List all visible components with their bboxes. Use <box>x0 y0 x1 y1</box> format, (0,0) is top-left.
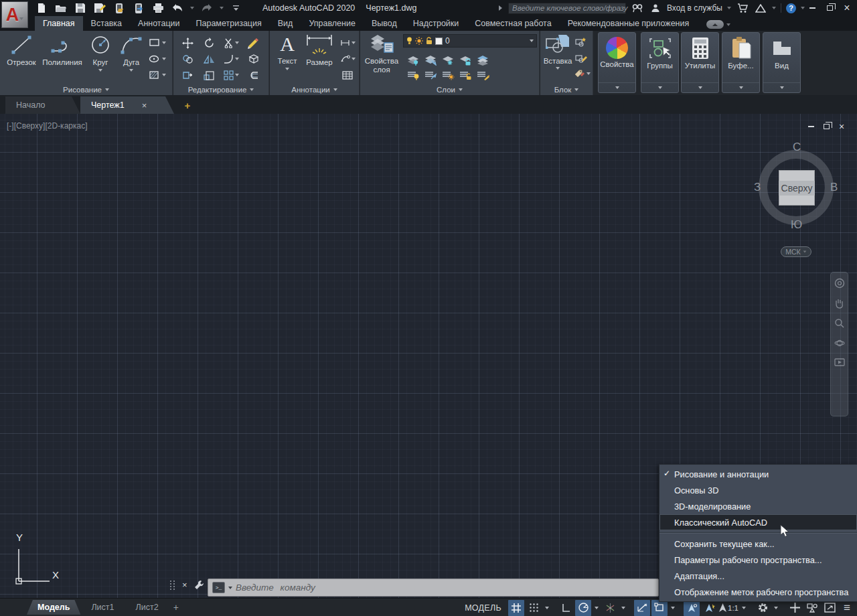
panel-modify-title[interactable]: Редактирование <box>173 86 268 94</box>
leader-dropdown-icon[interactable] <box>352 58 356 60</box>
user-icon[interactable] <box>649 1 662 15</box>
plot-button[interactable] <box>151 1 165 15</box>
layer-lock-button[interactable] <box>457 54 474 67</box>
command-prompt-icon[interactable]: >_ <box>212 582 225 593</box>
undo-dropdown-icon[interactable] <box>190 7 194 9</box>
application-menu-button[interactable]: A <box>1 1 28 28</box>
navigation-wheel-icon[interactable] <box>834 278 845 289</box>
save-to-web-mobile-button[interactable] <box>132 1 145 15</box>
insert-dropdown-icon[interactable] <box>556 67 560 70</box>
offset-button[interactable] <box>244 68 262 82</box>
text-button[interactable]: A Текст <box>274 33 301 70</box>
fillet-dropdown-icon[interactable] <box>235 58 239 60</box>
circle-dropdown-icon[interactable] <box>98 69 102 72</box>
layer-properties-button[interactable]: Свойства слоя <box>363 33 400 74</box>
menu-item-display-workspace-labels[interactable]: Отображение меток рабочего пространства <box>659 584 857 600</box>
menu-item-customize[interactable]: Адаптация... <box>659 568 857 584</box>
tab-manage[interactable]: Управление <box>301 16 364 31</box>
new-drawing-tab-button[interactable]: + <box>181 99 194 111</box>
navigation-bar[interactable] <box>830 272 848 416</box>
circle-button[interactable]: Круг <box>87 33 114 72</box>
redo-button[interactable] <box>200 1 214 15</box>
rectangle-dropdown-icon[interactable] <box>162 42 166 44</box>
signin-button[interactable]: Вход в службы <box>667 3 722 13</box>
command-line[interactable]: >_ Введите команду <box>208 579 659 597</box>
menu-item-save-current-as[interactable]: Сохранить текущее как... <box>659 536 857 552</box>
fillet-button[interactable] <box>220 52 242 66</box>
rectangle-button[interactable] <box>149 36 166 50</box>
polar-tracking-toggle[interactable] <box>575 600 591 616</box>
edit-block-button[interactable] <box>572 51 590 64</box>
panel-annotation-title[interactable]: Аннотации <box>270 86 359 94</box>
signin-dropdown-icon[interactable] <box>727 7 731 9</box>
account-dropdown-icon[interactable] <box>772 7 776 9</box>
layer-isolate-button[interactable] <box>422 54 439 67</box>
move-button[interactable] <box>179 36 196 50</box>
tab-parametric[interactable]: Параметризация <box>188 16 270 31</box>
viewport-close-button[interactable]: × <box>837 122 846 131</box>
dimension-button[interactable]: Размер <box>302 33 337 67</box>
isodraft-dropdown-icon[interactable] <box>619 600 627 616</box>
redo-dropdown-icon[interactable] <box>220 7 224 9</box>
scale-button[interactable] <box>200 68 218 82</box>
layer-select-dropdown-icon[interactable] <box>530 40 534 42</box>
ribbon-collapse-dropdown-icon[interactable] <box>726 23 730 26</box>
file-tab-close-icon[interactable]: × <box>142 100 147 110</box>
isolate-objects-button[interactable] <box>804 600 820 616</box>
search-input[interactable]: Введите ключевое слово/фразу <box>508 3 626 14</box>
tab-output[interactable]: Вывод <box>364 16 405 31</box>
hatch-dropdown-icon[interactable] <box>162 74 166 76</box>
explode-button[interactable] <box>244 52 262 66</box>
panel-block-title[interactable]: Блок <box>540 86 593 94</box>
define-attributes-button[interactable] <box>572 67 593 80</box>
panel-groups-expand[interactable] <box>641 82 678 92</box>
layer-unisolate-button[interactable] <box>422 68 439 82</box>
undo-button[interactable] <box>171 1 184 15</box>
viewcube-north[interactable]: С <box>793 141 801 154</box>
viewcube-south[interactable]: Ю <box>791 218 802 232</box>
command-close-icon[interactable]: × <box>182 580 187 590</box>
insert-block-button[interactable]: Вставка <box>543 33 572 70</box>
app-store-cart-icon[interactable] <box>736 1 749 15</box>
minimize-button[interactable] <box>805 1 820 15</box>
panel-properties-expand[interactable] <box>599 82 635 92</box>
layer-change-button[interactable] <box>474 68 491 82</box>
layer-select[interactable]: 0 <box>403 34 537 48</box>
new-layout-button[interactable]: + <box>173 602 179 613</box>
viewcube-top-face[interactable]: Сверху <box>779 170 815 206</box>
panel-utilities-expand[interactable] <box>682 82 718 92</box>
menu-item-classic-autocad[interactable]: Классический AutoCAD <box>659 514 857 530</box>
trim-dropdown-icon[interactable] <box>235 42 239 44</box>
grid-toggle[interactable] <box>508 600 524 616</box>
array-button[interactable] <box>220 68 242 82</box>
command-customize-wrench-icon[interactable] <box>194 580 204 590</box>
panel-layers-title[interactable]: Слои <box>360 86 539 94</box>
tab-home[interactable]: Главная <box>35 16 83 31</box>
rotate-button[interactable] <box>200 36 218 50</box>
arc-button[interactable]: Дуга <box>116 33 146 72</box>
leader-button[interactable] <box>337 52 358 66</box>
viewcube-west[interactable]: З <box>754 181 761 194</box>
save-as-button[interactable] <box>93 1 106 15</box>
plan-view-crosshair-button[interactable] <box>787 600 803 616</box>
model-space-indicator[interactable]: МОДЕЛЬ <box>465 603 501 613</box>
pan-hand-icon[interactable] <box>834 298 844 309</box>
create-block-button[interactable] <box>572 35 590 48</box>
layout-tab-layout2[interactable]: Лист2 <box>125 600 169 615</box>
object-snap-toggle[interactable] <box>651 600 668 616</box>
panel-utilities[interactable]: Утилиты <box>681 32 719 93</box>
clean-screen-button[interactable] <box>822 600 838 616</box>
search-icon[interactable] <box>631 1 644 15</box>
restore-button[interactable] <box>822 1 837 15</box>
annotation-visibility-toggle[interactable] <box>684 600 700 616</box>
close-button[interactable]: × <box>840 1 854 15</box>
table-button[interactable] <box>337 68 358 82</box>
tab-collaborate[interactable]: Совместная работа <box>467 16 559 31</box>
layout-tab-model[interactable]: Модель <box>27 600 80 615</box>
command-input[interactable]: Введите команду <box>236 583 315 593</box>
search-expand-icon[interactable] <box>498 5 503 11</box>
viewcube[interactable]: С З В Ю Сверху <box>751 142 842 233</box>
panel-properties[interactable]: Свойства <box>598 32 636 93</box>
dim-style-button[interactable] <box>337 36 358 50</box>
polar-dropdown-icon[interactable] <box>593 600 601 616</box>
